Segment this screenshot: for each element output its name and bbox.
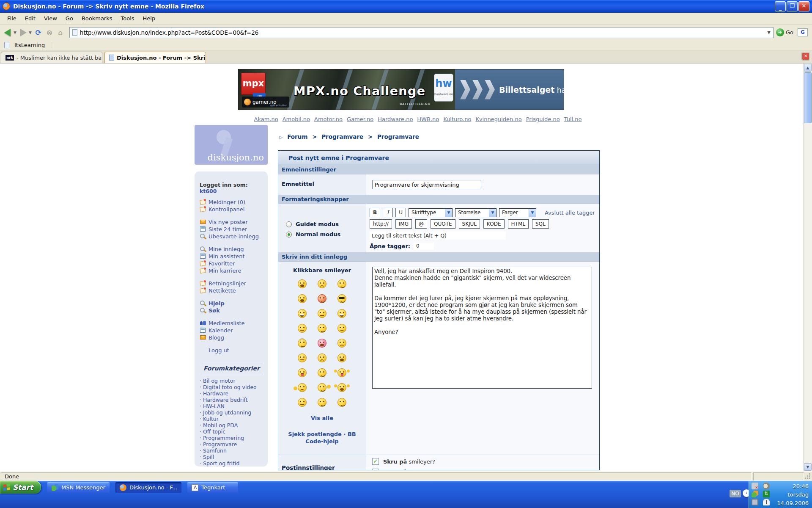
menu-item[interactable]: File [3, 14, 20, 23]
guided-mode-option[interactable]: Guidet modus [286, 221, 339, 227]
bbcode-button[interactable]: KODE [483, 219, 504, 229]
forum-category-link[interactable]: Mobil og PDA [200, 422, 264, 428]
portal-link[interactable]: Tull.no [564, 116, 582, 122]
italic-button[interactable]: I [383, 208, 393, 217]
taskbar-task[interactable]: Tegnkart [187, 482, 238, 493]
forum-category-link[interactable]: Off topic [200, 428, 264, 435]
go-button[interactable]: Go [786, 29, 793, 36]
tongue-icon[interactable] [298, 368, 307, 377]
stop-button[interactable]: ⊗ [44, 27, 55, 38]
sidebar-item[interactable]: Vis nye poster [200, 218, 264, 225]
sync-icon[interactable] [763, 491, 770, 497]
insert-quote-bar[interactable]: Legg til sitert tekst (Alt + Q) [370, 232, 506, 240]
enable-signature-checkbox[interactable]: ✓ [372, 469, 379, 470]
scroll-down-icon[interactable]: ▼ [804, 463, 812, 471]
happy-icon[interactable] [318, 398, 326, 407]
bbcode-button[interactable]: http:// [370, 219, 392, 229]
dry-icon[interactable] [337, 324, 346, 333]
scrollbar-thumb[interactable] [804, 72, 812, 123]
thumbdown-icon[interactable] [298, 383, 307, 392]
forward-dropdown-icon[interactable]: ▼ [29, 30, 33, 35]
browser-tab[interactable]: Diskusjon.no - Forum -> Skriv... [104, 52, 206, 63]
portal-link[interactable]: Prisguide.no [526, 116, 560, 122]
sidebar-item[interactable]: Mine innlegg [200, 246, 264, 252]
smile-icon[interactable] [337, 279, 346, 288]
audio-muted-icon[interactable] [752, 483, 758, 489]
wireless-icon[interactable] [763, 499, 770, 505]
taskbar-task[interactable]: MSN Messenger [47, 482, 110, 493]
forum-category-link[interactable]: Bil og motor [200, 378, 264, 384]
volume-icon[interactable] [763, 483, 770, 489]
sidebar-item[interactable]: Favoritter [200, 260, 264, 267]
forum-category-link[interactable]: Jobb og utdanning [200, 409, 264, 416]
reload-button[interactable]: ⟳ [33, 27, 44, 38]
mellow-icon[interactable] [318, 309, 326, 318]
site-logo[interactable]: diskusjon.no [195, 125, 268, 165]
sidebar-item[interactable]: Retningslinjer [200, 280, 264, 287]
forward-button[interactable] [18, 27, 29, 38]
close-button[interactable]: ✕ [798, 1, 809, 11]
vertical-scrollbar[interactable]: ▲ ▼ [803, 64, 812, 471]
sleep-icon[interactable] [298, 398, 307, 407]
forum-category-link[interactable]: Hardware [200, 390, 264, 397]
close-all-tags-link[interactable]: Avslutt alle tagger [545, 210, 595, 216]
sidebar-item[interactable]: Hjelp [200, 300, 264, 306]
check-postlength-bbcode-links[interactable]: Sjekk postlengde · BB Code-hjelp [287, 431, 357, 445]
sidebar-item[interactable]: Logg ut [200, 347, 264, 353]
sidebar-item[interactable]: Medlemsliste [200, 320, 264, 326]
url-text[interactable]: http://www.diskusjon.no/index.php?act=Po… [80, 29, 259, 36]
thumbup-icon[interactable] [318, 383, 326, 392]
portal-link[interactable]: Amobil.no [283, 116, 310, 122]
unsure-icon[interactable] [318, 279, 326, 288]
menu-item[interactable]: Tools [117, 14, 138, 23]
url-dropdown-icon[interactable]: ▼ [767, 30, 771, 35]
go-icon[interactable]: ➜ [776, 28, 784, 36]
laugh-icon[interactable] [298, 279, 307, 288]
forum-category-link[interactable]: Digital foto og video [200, 384, 264, 390]
sidebar-item[interactable]: Siste 24 timer [200, 226, 264, 232]
messenger-icon[interactable] [752, 491, 758, 497]
font-select[interactable]: Skrifttype▼ [409, 208, 453, 217]
bbcode-button[interactable]: SKJUL [459, 219, 480, 229]
biggrin-icon[interactable] [337, 309, 346, 318]
normal-mode-radio[interactable] [286, 232, 292, 237]
forum-category-link[interactable]: Kultur [200, 416, 264, 422]
sidebar-item[interactable]: Ubesvarte innlegg [200, 233, 264, 240]
portal-link[interactable]: Akam.no [254, 116, 278, 122]
forum-category-link[interactable]: Sport og fritid [200, 460, 264, 467]
menu-item[interactable]: Bookmarks [78, 14, 116, 23]
menu-item[interactable]: Help [139, 14, 159, 23]
language-indicator[interactable]: NO [730, 490, 741, 497]
forum-category-link[interactable]: Spill [200, 454, 264, 460]
url-bar[interactable]: http://www.diskusjon.no/index.php?act=Po… [69, 27, 774, 38]
resize-grip[interactable] [805, 473, 811, 479]
sidebar-item[interactable]: Kontrollpanel [200, 206, 264, 213]
sidebar-item[interactable]: Meldinger (0) [200, 199, 264, 205]
portal-link[interactable]: Hardware.no [378, 116, 413, 122]
portal-link[interactable]: Kulturo.no [443, 116, 471, 122]
browser-tab[interactable]: nrk - Muslimer kan ikke ha stått bak - .… [1, 52, 102, 63]
innocent-icon[interactable] [298, 309, 307, 318]
display-icon[interactable] [752, 499, 758, 505]
enable-signature-option[interactable]: ✓ Skru på signatur? [372, 469, 434, 470]
bookmark-itslearning[interactable]: ItsLearning [4, 42, 51, 48]
username[interactable]: kt600 [200, 188, 217, 194]
color-select[interactable]: Farger▼ [499, 208, 536, 217]
forum-category-link[interactable]: HW-LAN [200, 403, 264, 409]
search-engine-icon[interactable]: G [798, 28, 808, 36]
bbcode-button[interactable]: SQL [532, 219, 549, 229]
tabstrip-close-icon[interactable]: ✕ [802, 52, 809, 60]
crazy-icon[interactable] [337, 368, 346, 377]
normal-mode-option[interactable]: Normal modus [286, 231, 340, 237]
banner-ad[interactable]: mpx .no MPX.no Challenge gamer.no spill … [238, 69, 564, 110]
sidebar-item[interactable]: Nettikette [200, 287, 264, 294]
bbcode-button[interactable]: HTML [508, 219, 529, 229]
forum-category-link[interactable]: Samfunn [200, 447, 264, 454]
portal-link[interactable]: Amotor.no [314, 116, 343, 122]
breadcrumb-category[interactable]: Programvare [321, 133, 363, 140]
breadcrumb-forum[interactable]: Forum [287, 133, 307, 140]
grin-icon[interactable] [298, 294, 307, 303]
woot-icon[interactable] [337, 383, 346, 392]
thinking-icon[interactable] [318, 324, 326, 333]
menu-item[interactable]: View [40, 14, 61, 23]
